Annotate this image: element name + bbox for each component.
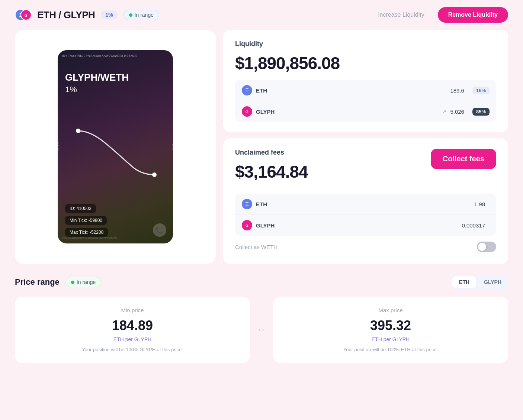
nft-max-tick: Max Tick: -52200 bbox=[65, 228, 108, 237]
liquidity-card: Liquidity $1,890,856.08 Ξ ETH 189.6 15% … bbox=[223, 30, 508, 132]
nft-watermark-right: WETH bbox=[171, 144, 173, 150]
svg-point-5 bbox=[152, 172, 157, 177]
fees-eth-row: Ξ ETH 1.98 bbox=[235, 194, 496, 215]
liquidity-eth-row: Ξ ETH 189.6 15% bbox=[235, 80, 496, 101]
eth-icon: Ξ bbox=[242, 85, 252, 96]
glyph-link[interactable]: ↗ bbox=[442, 109, 446, 114]
min-price-card: Min price 184.89 ETH per GLYPH Your posi… bbox=[15, 297, 250, 363]
fees-eth-label: ETH bbox=[256, 201, 471, 207]
nft-address: 0xc02aaa39b223fe8d0a0e5c4f27ead9083c75c6… bbox=[62, 55, 169, 58]
liquidity-title: Liquidity bbox=[235, 40, 496, 48]
glyph-pct: 85% bbox=[472, 108, 490, 116]
nft-card: 0xc02aaa39b223fe8d0a0e5c4f27ead9083c75c6… bbox=[15, 30, 216, 264]
collect-fees-button[interactable]: Collect fees bbox=[431, 149, 496, 169]
nft-id: ID: 410503 bbox=[65, 204, 96, 213]
increase-liquidity-button[interactable]: Increase Liquidity bbox=[370, 8, 432, 22]
min-price-value: 184.89 bbox=[25, 318, 240, 333]
nft-pair: GLYPH/WETH bbox=[65, 72, 166, 83]
glyph-icon: G bbox=[242, 106, 252, 117]
price-range-header: Price range In range ETH GLYPH bbox=[15, 275, 508, 289]
nft-info: ID: 410503 Min Tick: -59800 Max Tick: -5… bbox=[65, 204, 166, 237]
liquidity-token-rows: Ξ ETH 189.6 15% G GLYPH ↗ 5.026 85% bbox=[235, 80, 496, 122]
fees-glyph-label: GLYPH bbox=[256, 222, 458, 229]
switch-eth-button[interactable]: ETH bbox=[452, 276, 476, 288]
nft-image: 0xc02aaa39b223fe8d0a0e5c4f27ead9083c75c6… bbox=[58, 50, 173, 243]
max-price-value: 395.32 bbox=[283, 318, 498, 333]
nft-curve bbox=[65, 94, 166, 204]
glyph-label: GLYPH bbox=[256, 109, 439, 115]
svg-text:G: G bbox=[25, 13, 28, 17]
max-price-card: Max price 395.32 ETH per GLYPH Your posi… bbox=[273, 297, 508, 363]
fees-glyph-row: G GLYPH 0.000317 bbox=[235, 215, 496, 236]
price-range-status: In range bbox=[65, 277, 101, 287]
fees-eth-amount: 1.98 bbox=[474, 201, 485, 207]
fees-header: Unclaimed fees $3,164.84 Collect fees bbox=[235, 149, 496, 188]
status-label: In range bbox=[135, 12, 154, 18]
header: Ξ G ETH / GLYPH 1% In range Increase Liq… bbox=[0, 0, 523, 30]
toggle-knob bbox=[478, 243, 486, 251]
price-range-arrow: ↔ bbox=[257, 325, 266, 335]
collect-weth-row: Collect as WETH bbox=[235, 236, 496, 253]
liquidity-total: $1,890,856.08 bbox=[235, 53, 496, 73]
main-content: 0xc02aaa39b223fe8d0a0e5c4f27ead9083c75c6… bbox=[0, 30, 523, 275]
price-range-section: Price range In range ETH GLYPH Min price… bbox=[0, 275, 523, 378]
fees-card: Unclaimed fees $3,164.84 Collect fees Ξ … bbox=[223, 138, 508, 264]
price-status-label: In range bbox=[77, 279, 96, 285]
eth-label: ETH bbox=[256, 87, 446, 94]
token-switch: ETH GLYPH bbox=[451, 275, 508, 289]
fees-left: Unclaimed fees $3,164.84 bbox=[235, 149, 308, 188]
nft-watermark-left: GLYPH bbox=[58, 142, 60, 151]
pair-title: ETH / GLYPH bbox=[37, 9, 95, 21]
fees-token-rows: Ξ ETH 1.98 G GLYPH 0.000317 bbox=[235, 194, 496, 236]
nft-phone-icon: 📞 bbox=[153, 223, 166, 237]
fees-eth-icon: Ξ bbox=[242, 199, 252, 209]
nft-bottom-text: 0xe3431ZLPe700e9T4z9e9e6e9e4JZ9PP04Z0LPX… bbox=[62, 236, 117, 239]
glyph-amount: 5.026 bbox=[450, 109, 464, 115]
status-badge: In range bbox=[123, 10, 159, 20]
status-dot bbox=[129, 13, 132, 17]
max-price-label: Max price bbox=[283, 307, 498, 313]
liquidity-glyph-row: G GLYPH ↗ 5.026 85% bbox=[235, 101, 496, 122]
fee-badge: 1% bbox=[101, 10, 117, 19]
nft-fee: 1% bbox=[65, 85, 166, 94]
nft-min-tick: Min Tick: -59800 bbox=[65, 216, 107, 225]
switch-glyph-button[interactable]: GLYPH bbox=[477, 275, 508, 289]
min-price-note: Your position will be 100% GLYPH at this… bbox=[25, 347, 240, 352]
max-price-note: Your position will be 100% ETH at this p… bbox=[283, 347, 498, 352]
max-price-unit: ETH per GLYPH bbox=[283, 336, 498, 342]
pair-logo: Ξ G bbox=[15, 7, 31, 23]
collect-weth-label: Collect as WETH bbox=[235, 244, 472, 250]
price-range-title: Price range bbox=[15, 277, 60, 287]
eth-amount: 189.6 bbox=[450, 87, 464, 94]
fees-glyph-icon: G bbox=[242, 220, 252, 230]
price-cards: Min price 184.89 ETH per GLYPH Your posi… bbox=[15, 297, 508, 363]
fees-glyph-amount: 0.000317 bbox=[462, 222, 485, 229]
svg-point-4 bbox=[76, 129, 80, 133]
remove-liquidity-button[interactable]: Remove Liquidity bbox=[438, 7, 508, 23]
collect-weth-toggle[interactable] bbox=[477, 242, 496, 252]
right-panel: Liquidity $1,890,856.08 Ξ ETH 189.6 15% … bbox=[223, 30, 508, 264]
fees-total: $3,164.84 bbox=[235, 162, 308, 182]
fees-title: Unclaimed fees bbox=[235, 149, 308, 156]
price-status-dot bbox=[71, 281, 74, 284]
min-price-label: Min price bbox=[25, 307, 240, 313]
min-price-unit: ETH per GLYPH bbox=[25, 336, 240, 342]
eth-pct: 15% bbox=[472, 87, 490, 94]
